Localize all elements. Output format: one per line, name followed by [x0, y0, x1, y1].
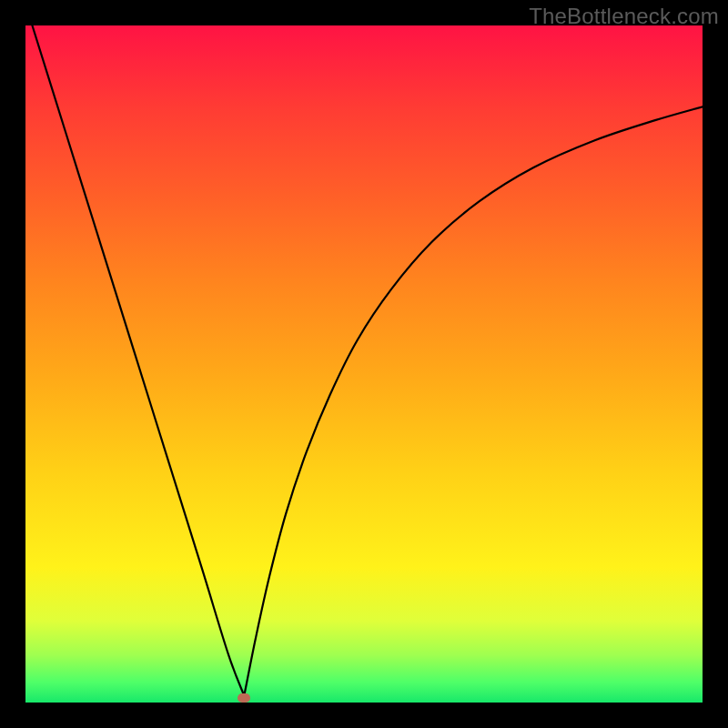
curve-path [32, 25, 703, 696]
chart-frame: TheBottleneck.com [0, 0, 728, 728]
plot-area [25, 25, 703, 703]
bottleneck-curve [25, 25, 703, 703]
minimum-marker [238, 693, 250, 703]
watermark-text: TheBottleneck.com [529, 4, 719, 29]
